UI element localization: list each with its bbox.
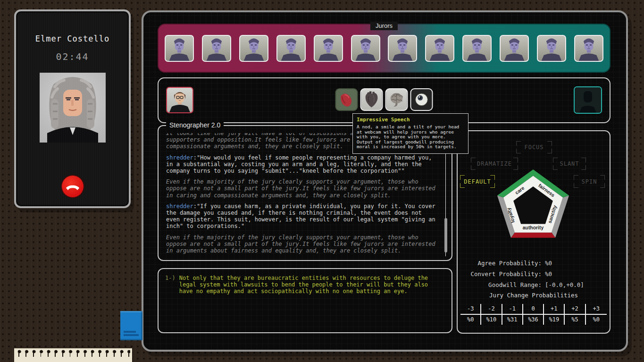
jury-table-header: -1 [502, 304, 523, 315]
judge-portrait [40, 73, 106, 143]
brain-gesture-button[interactable] [385, 88, 408, 111]
juror-portrait-11[interactable] [537, 35, 566, 62]
jury-table-header: -3 [460, 304, 481, 315]
jurors-bar: Jurors [158, 24, 611, 73]
jury-change-table: -3 -2 -1 0 +1 +2 +3 %0 %10 %31 %36 %19 %… [460, 304, 607, 325]
goodwill-range-value: [-0.0,+0.0] [545, 281, 610, 288]
jury-table-header: +2 [565, 304, 585, 315]
jury-table-header: -2 [481, 304, 502, 315]
scrollbar-thumb[interactable] [444, 218, 447, 253]
juror-portrait-9[interactable] [462, 35, 492, 62]
juror-portrait-2[interactable] [202, 35, 231, 62]
hangup-button[interactable] [62, 176, 84, 197]
agree-probability-label: Agree Probability: [458, 260, 542, 267]
player-face-icon [167, 88, 192, 112]
juror-portrait-6[interactable] [351, 35, 380, 62]
tooltip-title: Impressive Speech [357, 117, 464, 123]
speech-text: :"If you cause harm, as a private indivi… [166, 203, 435, 230]
opponent-avatar [574, 86, 602, 114]
jury-table-value: %31 [502, 315, 523, 325]
narrator-line: Even if the majority of the jury clearly… [166, 178, 437, 199]
strategy-panel: FOCUS DRAMATIZE SLANT DEFAULT SPIN care … [457, 130, 611, 334]
focus-button[interactable]: FOCUS [516, 141, 552, 153]
gesture-tooltip: Impressive Speech A nod, a smile and a t… [352, 113, 468, 154]
heart-gesture-button[interactable] [360, 88, 383, 111]
gesture-strip [335, 88, 433, 111]
blue-box-prop [120, 311, 142, 340]
tongue-icon [336, 89, 357, 110]
notebook-prop [14, 348, 132, 362]
jury-table-header: +3 [586, 304, 607, 315]
stenographer-title: Stenographer 2.0 [166, 121, 224, 129]
brain-icon [386, 89, 407, 110]
convert-probability-label: Convert Probability: [458, 270, 542, 278]
video-call-panel: Elmer Costello 02:44 [14, 9, 131, 208]
probability-stats: Agree Probability: %0 Convert Probabilit… [458, 260, 610, 288]
narrator-line: Even if the majority of the jury clearly… [166, 234, 437, 254]
pentagon-label-authority: authority [523, 225, 544, 230]
jury-table-value: %5 [565, 315, 585, 325]
jury-table-value: %0 [586, 315, 607, 325]
speech-line: shredder:"How would you feel if some peo… [166, 154, 437, 175]
tooltip-body: A nod, a smile and a tilt of your head a… [357, 125, 464, 150]
pentagon-segment-authority[interactable] [511, 233, 555, 238]
player-avatar [166, 87, 193, 113]
agree-probability-value: %0 [545, 260, 610, 267]
jury-table-value: %36 [523, 315, 544, 325]
desk-background: Elmer Costello 02:44 Jurors [0, 0, 644, 362]
response-number: 1-) [165, 275, 176, 295]
juror-portrait-10[interactable] [500, 35, 529, 62]
jury-table-header: +1 [544, 304, 565, 315]
goodwill-range-label: Goodwill Range: [458, 281, 542, 288]
convert-probability-value: %0 [545, 270, 610, 278]
response-option-panel[interactable]: 1-) Not only that they are bureaucratic … [158, 268, 452, 333]
juror-portrait-3[interactable] [239, 35, 268, 62]
speaker-name: shredder [166, 154, 193, 161]
phone-hangup-icon [66, 183, 80, 190]
juror-portrait-8[interactable] [425, 35, 454, 62]
game-window: Jurors [142, 10, 628, 352]
response-text: Not only that they are bureaucratic enti… [179, 275, 445, 295]
jury-table-value: %10 [481, 315, 502, 325]
silhouette-icon [575, 87, 601, 113]
juror-portrait-5[interactable] [314, 35, 343, 62]
eye-gesture-button[interactable] [410, 88, 433, 111]
heart-icon [361, 89, 382, 110]
moral-pentagon-chart: care fairness loyalty sanctity authority [492, 168, 575, 243]
jury-table-header: 0 [523, 304, 544, 315]
call-timer: 02:44 [56, 51, 89, 62]
tongue-gesture-button[interactable] [335, 88, 358, 111]
speaker-name: shredder [166, 203, 193, 210]
juror-portrait-7[interactable] [388, 35, 417, 62]
default-button[interactable]: DEFAULT [460, 175, 495, 188]
juror-portrait-12[interactable] [574, 35, 603, 62]
speech-text: :"How would you feel if some people repr… [166, 154, 432, 174]
jurors-bar-label: Jurors [370, 22, 398, 30]
jury-table-value: %0 [460, 315, 481, 325]
eye-icon [411, 89, 432, 110]
caller-name: Elmer Costello [35, 34, 109, 43]
jury-change-title: Jury Change Probabilities [458, 292, 610, 299]
speech-line: shredder:"If you cause harm, as a privat… [166, 203, 437, 230]
notebook-spiral [16, 349, 130, 358]
spin-button[interactable]: SPIN [574, 175, 605, 188]
juror-portrait-4[interactable] [276, 35, 306, 62]
jury-table-value: %19 [544, 315, 565, 325]
juror-portrait-1[interactable] [165, 35, 194, 62]
